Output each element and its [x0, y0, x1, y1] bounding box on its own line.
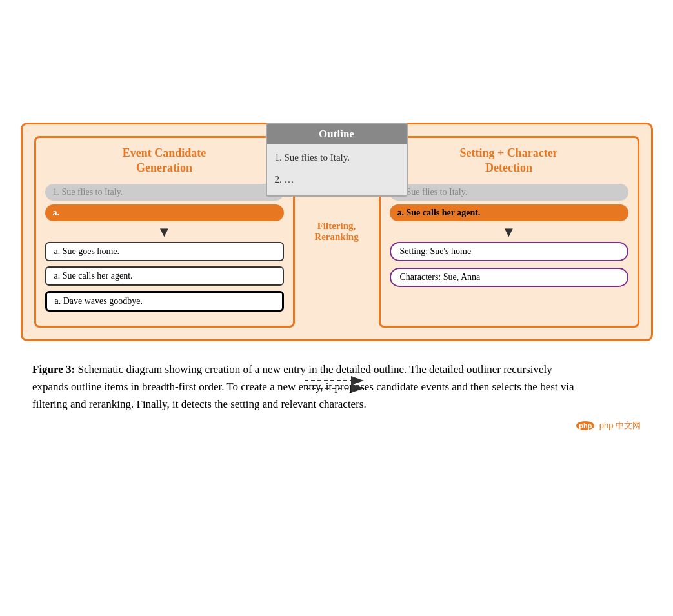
- caption-text: Schematic diagram showing creation of a …: [32, 363, 574, 410]
- characters-box: Characters: Sue, Anna: [390, 268, 628, 287]
- right-input-gray: 1. Sue flies to Italy.: [390, 184, 628, 201]
- filtering-label: Filtering, Reranking: [312, 219, 361, 244]
- candidate-2: a. Dave waves goodbye.: [45, 291, 284, 312]
- left-input-orange: a.: [45, 204, 284, 221]
- outline-item1: 1. Sue flies to Italy.: [275, 150, 399, 166]
- left-down-arrow: ▼: [45, 225, 284, 239]
- candidate-1: a. Sue calls her agent.: [45, 266, 284, 286]
- candidate-0: a. Sue goes home.: [45, 242, 284, 261]
- outline-item2: 2. …: [275, 172, 399, 188]
- outline-box: Outline 1. Sue flies to Italy. 2. …: [266, 123, 408, 197]
- right-input-orange: a. Sue calls her agent.: [390, 204, 628, 221]
- right-down-arrow: ▼: [390, 225, 628, 239]
- left-input-gray: 1. Sue flies to Italy.: [45, 184, 284, 201]
- outline-body: 1. Sue flies to Italy. 2. …: [267, 144, 407, 195]
- watermark: php php 中文网: [576, 421, 641, 430]
- figure-label: Figure 3:: [32, 363, 75, 375]
- left-panel: Event Candidate Generation 1. Sue flies …: [34, 136, 295, 328]
- outline-header: Outline: [267, 124, 407, 144]
- right-panel-title: Setting + Character Detection: [390, 146, 628, 176]
- left-panel-title: Event Candidate Generation: [45, 146, 284, 176]
- figure-caption: Figure 3: Schematic diagram showing crea…: [13, 361, 594, 413]
- right-panel: Setting + Character Detection 1. Sue fli…: [379, 136, 639, 328]
- setting-box: Setting: Sue's home: [390, 242, 628, 261]
- diagram-wrapper: Outline 1. Sue flies to Italy. 2. … Brea…: [21, 123, 653, 341]
